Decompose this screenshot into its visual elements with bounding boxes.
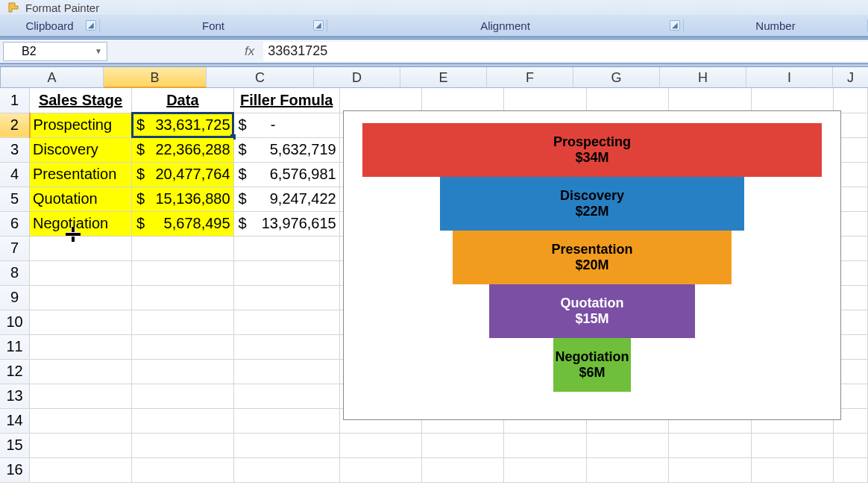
cell[interactable]	[233, 310, 339, 334]
row-header[interactable]: 6	[0, 211, 30, 236]
cell[interactable]	[132, 334, 233, 359]
cell[interactable]	[422, 457, 504, 482]
column-header[interactable]: B	[104, 67, 207, 88]
cell[interactable]	[30, 433, 132, 457]
cell[interactable]: Filler Fomula	[233, 88, 339, 113]
row-header[interactable]: 11	[0, 334, 30, 359]
cell[interactable]: 33,631,725	[132, 113, 233, 137]
cell[interactable]: Presentation	[30, 162, 132, 187]
cell[interactable]	[669, 457, 751, 482]
funnel-chart[interactable]: Prospecting$34MDiscovery$22MPresentation…	[343, 110, 841, 420]
dialog-launcher-icon[interactable]: ◢	[670, 20, 680, 31]
column-header[interactable]: G	[573, 67, 660, 88]
column-header[interactable]: H	[660, 67, 746, 88]
cell[interactable]	[233, 457, 339, 482]
row-header[interactable]: 5	[0, 187, 30, 211]
row-header[interactable]: 2	[0, 113, 30, 137]
cell[interactable]	[30, 236, 132, 260]
cell[interactable]	[30, 310, 132, 334]
cell[interactable]	[586, 457, 668, 482]
cell[interactable]	[422, 433, 504, 457]
column-header[interactable]: E	[400, 67, 487, 88]
cell[interactable]	[132, 236, 233, 260]
cell[interactable]	[751, 433, 833, 457]
cell[interactable]	[339, 433, 421, 457]
cell[interactable]	[132, 310, 233, 334]
cell[interactable]	[504, 433, 586, 457]
row-header[interactable]: 16	[0, 457, 30, 482]
cell[interactable]: Prospecting	[30, 113, 132, 137]
cell[interactable]	[422, 88, 504, 113]
cell[interactable]	[833, 457, 867, 482]
cell[interactable]	[233, 260, 339, 285]
cell[interactable]	[30, 408, 132, 433]
cell[interactable]	[30, 334, 132, 359]
funnel-bar[interactable]: Quotation$15M	[489, 284, 695, 338]
cell[interactable]	[751, 88, 833, 113]
column-header[interactable]: I	[746, 67, 833, 88]
row-header[interactable]: 4	[0, 162, 30, 187]
cell[interactable]	[132, 457, 233, 482]
row-header[interactable]: 9	[0, 285, 30, 310]
row-header[interactable]: 1	[0, 88, 30, 113]
funnel-bar[interactable]: Discovery$22M	[440, 177, 744, 231]
row-header[interactable]: 12	[0, 359, 30, 384]
fx-icon[interactable]: fx	[245, 44, 254, 59]
cell[interactable]: Negotiation	[30, 211, 132, 236]
formula-input[interactable]: 33631725	[263, 42, 868, 61]
row-header[interactable]: 3	[0, 137, 30, 162]
cell[interactable]	[751, 457, 833, 482]
cell[interactable]: Sales Stage	[30, 88, 132, 113]
cell[interactable]	[132, 408, 233, 433]
cell[interactable]	[233, 236, 339, 260]
dialog-launcher-icon[interactable]: ◢	[313, 20, 324, 31]
cell[interactable]: 22,366,288	[132, 137, 233, 162]
row-header[interactable]: 13	[0, 384, 30, 408]
funnel-bar[interactable]: Prospecting$34M	[362, 123, 822, 177]
column-header[interactable]: J	[833, 67, 868, 88]
funnel-bar[interactable]: Presentation$20M	[453, 231, 732, 284]
cell[interactable]: 9,247,422	[233, 187, 339, 211]
cell[interactable]	[669, 433, 751, 457]
cell[interactable]	[233, 334, 339, 359]
cell[interactable]	[233, 384, 339, 408]
name-box[interactable]: B2 ▼	[3, 42, 107, 61]
column-header[interactable]: F	[487, 67, 573, 88]
cell[interactable]	[586, 88, 668, 113]
cell[interactable]	[339, 88, 421, 113]
format-painter-button[interactable]: Format Painter	[25, 1, 99, 14]
cell[interactable]: 15,136,880	[132, 187, 233, 211]
cell[interactable]: 5,632,719	[233, 137, 339, 162]
cell[interactable]	[339, 457, 421, 482]
cell[interactable]	[30, 384, 132, 408]
cell[interactable]: 6,576,981	[233, 162, 339, 187]
cell[interactable]	[132, 359, 233, 384]
cell[interactable]	[504, 457, 586, 482]
column-header[interactable]: C	[207, 67, 314, 88]
cell[interactable]	[233, 359, 339, 384]
row-header[interactable]: 8	[0, 260, 30, 285]
funnel-bar[interactable]: Negotiation$6M	[553, 338, 631, 392]
spreadsheet-grid[interactable]: 1Sales StageDataFiller Fomula2Prospectin…	[0, 88, 868, 483]
row-header[interactable]: 10	[0, 310, 30, 334]
chevron-down-icon[interactable]: ▼	[95, 47, 102, 55]
row-header[interactable]: 14	[0, 408, 30, 433]
cell[interactable]: 5,678,495	[132, 211, 233, 236]
cell[interactable]	[233, 285, 339, 310]
cell[interactable]	[504, 88, 586, 113]
cell[interactable]	[833, 88, 867, 113]
cell[interactable]	[132, 260, 233, 285]
cell[interactable]	[132, 433, 233, 457]
cell[interactable]: Discovery	[30, 137, 132, 162]
select-all-corner[interactable]	[0, 67, 1, 88]
cell[interactable]	[586, 433, 668, 457]
dialog-launcher-icon[interactable]: ◢	[86, 20, 96, 31]
cell[interactable]	[30, 359, 132, 384]
cell[interactable]: 13,976,615	[233, 211, 339, 236]
column-header[interactable]: D	[314, 67, 400, 88]
cell[interactable]: 20,477,764	[132, 162, 233, 187]
cell[interactable]: -	[233, 113, 339, 137]
cell[interactable]	[833, 433, 867, 457]
cell[interactable]: Quotation	[30, 187, 132, 211]
cell[interactable]	[132, 384, 233, 408]
